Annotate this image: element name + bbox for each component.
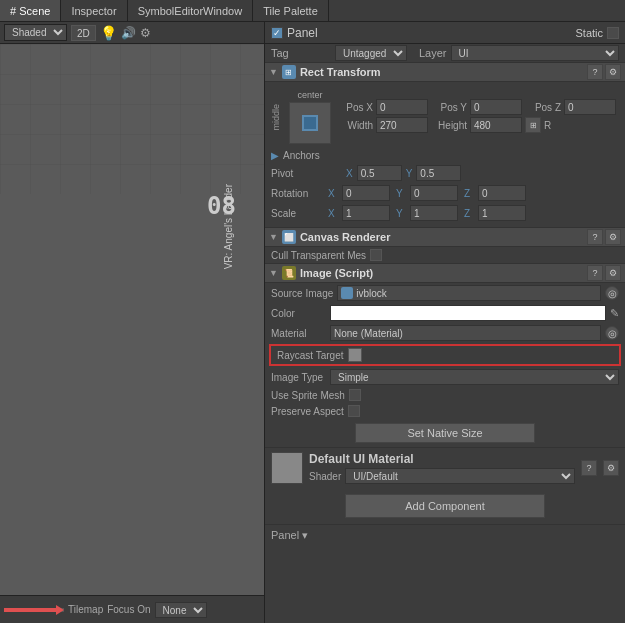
anchor-box: center: [289, 90, 331, 144]
posy-input[interactable]: [470, 99, 522, 115]
pivotx-input[interactable]: [357, 165, 402, 181]
native-size-section: Set Native Size: [265, 419, 625, 447]
canvas-renderer-header[interactable]: ▼ ⬜ Canvas Renderer ? ⚙: [265, 227, 625, 247]
add-component-button[interactable]: Add Component: [345, 494, 545, 518]
panel-label-bar: Panel ▾: [265, 524, 625, 546]
tag-dropdown[interactable]: Untagged: [335, 45, 407, 61]
cull-checkbox[interactable]: [370, 249, 382, 261]
preserve-checkbox[interactable]: [348, 405, 360, 417]
image-script-header[interactable]: ▼ 📜 Image (Script) ? ⚙: [265, 263, 625, 283]
shaded-dropdown[interactable]: Shaded: [4, 24, 67, 41]
pos-fields: Pos X Pos Y Pos Z Width Height ⊞ R: [337, 99, 619, 135]
roty-input[interactable]: [410, 185, 458, 201]
rect-settings-icon[interactable]: ⚙: [605, 64, 621, 80]
posz-input[interactable]: [564, 99, 616, 115]
color-swatch[interactable]: [330, 305, 606, 321]
scene-viewport: 08 VR: Angel's Ladder: [0, 44, 264, 595]
middle-label: middle: [271, 104, 281, 131]
pivotx-label: X: [346, 168, 353, 179]
layer-label-text: Layer: [419, 47, 447, 59]
anchor-inner: [302, 115, 318, 131]
static-checkbox[interactable]: [607, 27, 619, 39]
tab-symbol-editor[interactable]: SymbolEditorWindow: [128, 0, 254, 21]
panel-label: Panel ▾: [271, 529, 308, 542]
canvas-collapse-icon: ▼: [269, 232, 278, 242]
rect-info-icon[interactable]: ?: [587, 64, 603, 80]
active-checkbox[interactable]: ✓: [271, 27, 283, 39]
canvas-settings-icon[interactable]: ⚙: [605, 229, 621, 245]
sprite-mesh-label: Use Sprite Mesh: [271, 390, 345, 401]
center-label: center: [297, 90, 322, 100]
light-icon: 💡: [100, 25, 117, 41]
image-settings-icon[interactable]: ⚙: [605, 265, 621, 281]
inspector-tab-label: Inspector: [71, 5, 116, 17]
pivoty-label: Y: [406, 168, 413, 179]
scalez-input[interactable]: [478, 205, 526, 221]
scalex-label: X: [328, 208, 340, 219]
scene-panel: Shaded 2D 💡 🔊 ⚙ 08 VR: Angel's Ladder: [0, 22, 265, 623]
anchors-row: ▶ Anchors: [265, 148, 625, 163]
image-info-icon[interactable]: ?: [587, 265, 603, 281]
source-label: Source Image: [271, 288, 333, 299]
add-component-section: Add Component: [265, 488, 625, 524]
image-script-icon: 📜: [282, 266, 296, 280]
width-input[interactable]: [376, 117, 428, 133]
static-label: Static: [575, 27, 603, 39]
image-type-dropdown[interactable]: Simple: [330, 369, 619, 385]
rotz-input[interactable]: [478, 185, 526, 201]
material-input[interactable]: [330, 325, 601, 341]
material-picker-btn[interactable]: ◎: [605, 326, 619, 340]
material-settings-icon[interactable]: ⚙: [603, 460, 619, 476]
source-field[interactable]: ivblock: [337, 285, 601, 301]
rect-transform-header[interactable]: ▼ ⊞ Rect Transform ? ⚙: [265, 62, 625, 82]
cull-row: Cull Transparent Mes: [265, 247, 625, 263]
material-row: Material ◎: [265, 323, 625, 343]
scaley-input[interactable]: [410, 205, 458, 221]
raycast-label: Raycast Target: [277, 350, 344, 361]
raycast-target-row: Raycast Target: [269, 344, 621, 366]
color-row: Color ✎: [265, 303, 625, 323]
rotation-row: Rotation X Y Z: [265, 183, 625, 203]
object-label: VR: Angel's Ladder: [223, 184, 234, 269]
source-picker-btn[interactable]: ◎: [605, 286, 619, 300]
tab-scene[interactable]: # Scene: [0, 0, 61, 21]
cull-label: Cull Transparent Mes: [271, 250, 366, 261]
native-size-button[interactable]: Set Native Size: [355, 423, 535, 443]
roty-label: Y: [396, 188, 408, 199]
material-label: Material: [271, 328, 326, 339]
posx-input[interactable]: [376, 99, 428, 115]
tab-inspector[interactable]: Inspector: [61, 0, 127, 21]
scene-bottom-bar: Tilemap Focus On None: [0, 595, 264, 623]
rotx-input[interactable]: [342, 185, 390, 201]
inspector-panel: ✓ Panel Static Tag Untagged Layer UI ▼ ⊞…: [265, 22, 625, 623]
tilemap-label: Tilemap: [68, 604, 103, 615]
material-info-icon[interactable]: ?: [581, 460, 597, 476]
scalex-input[interactable]: [342, 205, 390, 221]
canvas-renderer-icon: ⬜: [282, 230, 296, 244]
pivoty-input[interactable]: [416, 165, 461, 181]
constrain-icon[interactable]: ⊞: [525, 117, 541, 133]
sprite-mesh-checkbox[interactable]: [349, 389, 361, 401]
rect-transform-icon: ⊞: [282, 65, 296, 79]
shader-label: Shader: [309, 471, 341, 482]
layer-dropdown[interactable]: UI: [451, 45, 619, 61]
color-picker-icon[interactable]: ✎: [610, 307, 619, 320]
arrow-indicator: [4, 608, 64, 612]
scene-tab-label: # Scene: [10, 5, 50, 17]
raycast-checkbox[interactable]: [348, 348, 362, 362]
anchor-diagram[interactable]: [289, 102, 331, 144]
rotx-label: X: [328, 188, 340, 199]
rect-layout: middle center Pos X Pos Y Pos Z: [265, 86, 625, 148]
height-input[interactable]: [470, 117, 522, 133]
color-label: Color: [271, 308, 326, 319]
shader-dropdown[interactable]: UI/Default: [345, 468, 575, 484]
focus-dropdown[interactable]: None: [155, 602, 207, 618]
canvas-info-icon[interactable]: ?: [587, 229, 603, 245]
top-tab-bar: # Scene Inspector SymbolEditorWindow Til…: [0, 0, 625, 22]
rect-transform-actions: ? ⚙: [587, 64, 621, 80]
rect-transform-content: middle center Pos X Pos Y Pos Z: [265, 82, 625, 227]
pos-xyz-row: Pos X Pos Y Pos Z: [337, 99, 619, 115]
tab-tile-palette[interactable]: Tile Palette: [253, 0, 329, 21]
2d-button[interactable]: 2D: [71, 25, 96, 41]
anchors-label: Anchors: [283, 150, 338, 161]
